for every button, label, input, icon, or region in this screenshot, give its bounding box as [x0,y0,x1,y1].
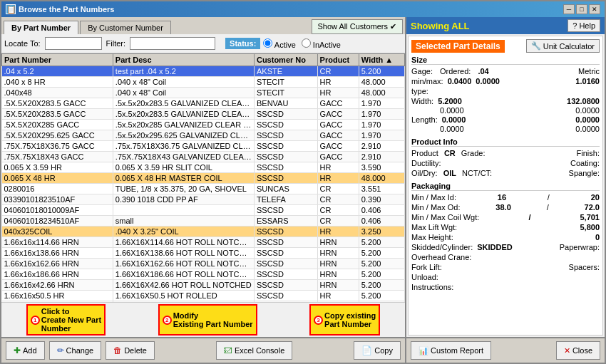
tabs-row: By Part Number By Customer Number Show A… [1,17,405,34]
filter-input[interactable] [130,37,215,50]
col-product[interactable]: Product [317,54,359,66]
active-radio-label[interactable]: Active [263,38,295,49]
table-row[interactable]: .75X.75X18X43 GACC.75X.75X18X43 GALVANIZ… [2,152,405,162]
parts-table-container[interactable]: Part Number Part Desc Customer No Produc… [1,53,405,302]
table-row[interactable]: 1.66x16x162.66 HRN1.66X16X162.66 HOT ROL… [2,259,405,269]
inactive-radio-label[interactable]: InActive [302,38,341,49]
min-max-id-row: Min / Max Id: 16 / 20 [411,193,600,202]
table-row[interactable]: .5X.5X20X285 GACC.5x.5x20x285 GALVANIZED… [2,120,405,130]
table-cell: SSCSD [254,141,317,152]
table-row[interactable]: 1.66x16x50.5 HR1.66X16X50.5 HOT ROLLEDSS… [2,291,405,301]
oil-val: OIL [443,169,456,177]
table-row[interactable]: 0280016TUBE, 1/8 x 35.375, 20 GA, SHOVEL… [2,184,405,194]
table-cell: SSCSD [254,237,317,248]
table-row[interactable]: 1.66x16x42.66 HRN1.66X16X42.66 HOT ROLL … [2,280,405,291]
min-val: 0.0400 [448,77,472,85]
table-cell: .75x.75X18X36.75 GALVANIZED CLEAR COAT [113,141,254,152]
minimize-button[interactable]: ─ [563,4,575,14]
annotations-row: 1 Click toCreate New PartNumber 2 Modify… [1,302,405,337]
unit-calculator-button[interactable]: 🔧 Unit Calculator [526,39,600,53]
table-cell: 1.66x16x114.66 HRN [2,237,113,248]
table-cell: 5.200 [359,66,404,77]
table-row[interactable]: .75X.75X18X36.75 GACC.75x.75X18X36.75 GA… [2,141,405,152]
table-cell: 5.200 [359,259,404,269]
status-label: Status: [225,38,260,49]
table-row[interactable]: 040x325COIL.040 X 3.25" COILSSCSDHR3.250 [2,227,405,237]
col-customer-no[interactable]: Customer No [254,54,317,66]
app-icon: 📋 [6,4,16,14]
radio-group: Active InActive [263,38,341,49]
close-button-right[interactable]: ✕ Close [556,341,600,360]
add-button[interactable]: ✚ Add [6,341,45,360]
table-cell: SSCSD [254,120,317,130]
custom-report-button[interactable]: 📊 Custom Report [411,341,491,360]
locate-input[interactable] [45,37,102,50]
table-cell: 0280016 [2,184,113,194]
table-row[interactable]: 0.065 X 48 HR0.065 X 48 HR MASTER COILSS… [2,173,405,184]
table-cell: 1.66X16X186.66 HOT ROLL NOTCHED [113,269,254,280]
table-cell: 03390101823510AF [2,194,113,205]
table-cell: 1.66X16X162.66 HOT ROLL NOTCHED [113,259,254,269]
table-cell: .04 x 5.2 [2,66,113,77]
table-row[interactable]: .5X.5X20X295.625 GACC.5x.5x20x295.625 GA… [2,130,405,141]
coil-wgt-row: Min / Max Coil Wgt: / 5,701 [411,213,600,222]
col-width[interactable]: Width ▲ [359,54,404,66]
table-cell: 48.000 [359,88,404,98]
spacers-label: Spacers: [569,263,600,271]
help-button[interactable]: ? Help [568,19,600,32]
table-row[interactable]: .040x48.040 x 48" CoilSTECITHR48.000 [2,88,405,98]
close-button[interactable]: ✕ [589,4,600,14]
active-radio[interactable] [263,38,272,48]
table-cell: .040 X 3.25" COIL [113,227,254,237]
col-part-desc[interactable]: Part Desc [113,54,254,66]
table-cell: 1.66X16X50.5 HOT ROLLED [113,291,254,301]
excel-console-button[interactable]: 🗠 Excel Console [216,341,292,360]
table-row[interactable]: 0.065 X 3.59 HR0.065 X 3.59 HR SLIT COIL… [2,162,405,173]
right-panel: Showing ALL ? Help Selected Part Details… [406,17,605,363]
gage-row: Gage: Ordered: .04 Metric [411,67,600,76]
tab-by-customer-number[interactable]: By Customer Number [80,21,171,34]
min-max-od-row: Min / Max Od: 38.0 / 72.0 [411,203,600,212]
inactive-radio[interactable] [302,38,311,48]
inactive-label: InActive [313,41,341,49]
table-cell: .75X.75X18X36.75 GACC [2,141,113,152]
change-button[interactable]: ✏ Change [49,341,102,360]
table-cell: GACC [317,120,359,130]
details-header-row: Selected Part Details 🔧 Unit Calculator [411,39,600,53]
table-row[interactable]: .04 x 5.2test part .04 x 5.2AKSTECR5.200 [2,66,405,77]
table-cell: 2.910 [359,141,404,152]
delete-button[interactable]: 🗑 Delete [106,341,155,360]
skidded-label: Skidded/Cylinder: [411,243,473,251]
close-icon-right: ✕ [564,346,570,355]
table-row[interactable]: 1.66x16x138.66 HRN1.66X16X138.66 HOT ROL… [2,248,405,259]
table-cell: HRN [317,237,359,248]
circle-2: 2 [163,316,172,325]
table-row[interactable]: 040601018010009AFSSCSDCR0.406 [2,205,405,216]
maximize-button[interactable]: □ [576,4,587,14]
table-row[interactable]: 1.66x16x186.66 HRN1.66X16X186.66 HOT ROL… [2,269,405,280]
table-row[interactable]: .5X.5X20X283.5 GACC.5x.5x20x283.5 GALVAN… [2,109,405,120]
table-row[interactable]: 03390101823510AF0.390 1018 CDD PP AFTELE… [2,194,405,205]
tab-by-part-number[interactable]: By Part Number [4,21,78,34]
table-cell: 0.406 [359,205,404,216]
ductility-label: Ductility: [411,159,441,167]
l2: 0.0000 [440,125,464,133]
custom-report-icon: 📊 [418,346,428,355]
gage-label: Gage: [411,67,433,76]
table-cell: 040x325COIL [2,227,113,237]
copy-button[interactable]: 📄 Copy [354,341,401,360]
left-bottom-toolbar: ✚ Add ✏ Change 🗑 Delete 🗠 Excel Console [1,337,405,363]
ordered-val: .04 [478,67,488,76]
table-cell: 1.970 [359,120,404,130]
table-cell: SSCSD [254,173,317,184]
table-row[interactable]: .040 x 8 HR.040 x 48" CoilSTECITHR48.000 [2,77,405,88]
table-cell: .040 x 8 HR [2,77,113,88]
show-all-customers-button[interactable]: Show All Customers ✔ [312,19,403,34]
table-row[interactable]: .5X.5X20X283.5 GACC.5x.5x20x283.5 GALVAN… [2,98,405,109]
col-part-number[interactable]: Part Number [2,54,113,66]
table-cell: 5.200 [359,269,404,280]
table-row[interactable]: 1.66x16x114.66 HRN1.66X16X114.66 HOT ROL… [2,237,405,248]
close-label: Close [572,346,592,355]
table-row[interactable]: 040601018234510AFsmallESSARSCR0.406 [2,216,405,227]
change-label: Change [66,346,94,355]
